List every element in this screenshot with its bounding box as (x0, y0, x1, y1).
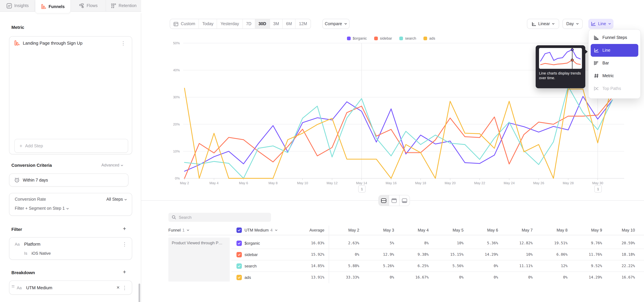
tab-insights[interactable]: Insights (0, 0, 36, 12)
metric-section-title: Metric (12, 25, 24, 30)
cell-value: 10% (501, 252, 533, 257)
metric-card-header[interactable]: Landing Page through Sign Up ⋮ (14, 40, 129, 46)
all-steps-dropdown[interactable]: All Steps (106, 197, 127, 202)
layout-table-button[interactable] (400, 195, 410, 206)
column-header-may-8[interactable]: May 8 (537, 226, 568, 235)
tooltip-arrow (585, 49, 588, 54)
metric-card: Landing Page through Sign Up ⋮ + Add Ste… (9, 36, 132, 154)
x-axis-label: May 30 (592, 181, 603, 185)
table-header-border (168, 235, 644, 235)
cell-value: 11.11% (501, 264, 533, 268)
annotation-badge[interactable]: 1 (594, 185, 602, 192)
breakdown-section-title: Breakdown (12, 270, 35, 275)
close-icon[interactable]: ✕ (116, 285, 120, 290)
column-header-may-6[interactable]: May 6 (468, 226, 498, 235)
add-step-label: Add Step (25, 143, 43, 148)
cell-value: 5.36% (466, 241, 498, 245)
plus-icon: + (20, 143, 22, 149)
table-search-input[interactable]: Search (168, 213, 271, 222)
layout-chart-button[interactable] (389, 195, 400, 206)
column-header-may-5[interactable]: May 5 (433, 226, 464, 235)
funnel-metric-icon (14, 40, 20, 46)
x-axis-label: May 14 (356, 181, 367, 185)
breakdown-property: UTM Medium (26, 285, 52, 290)
select-all-checkbox[interactable] (236, 228, 242, 233)
cell-value: 12.9% (362, 252, 394, 257)
advanced-dropdown[interactable]: Advanced (102, 163, 124, 168)
column-header-may-4[interactable]: May 4 (398, 226, 429, 235)
kebab-icon[interactable]: ⋮ (122, 285, 127, 290)
row-checkbox[interactable] (236, 275, 242, 280)
filter-segment-dropdown[interactable]: Filter + Segment on Step 1 (15, 206, 69, 211)
kebab-icon[interactable]: ⋮ (122, 242, 127, 247)
menu-item-bar[interactable]: Bar (591, 57, 638, 70)
chevron-down-icon (120, 164, 124, 166)
y-axis-label: 40% (173, 68, 180, 72)
tooltip-text: Line charts display trends over time. (539, 71, 583, 80)
column-label: May 6 (487, 228, 498, 232)
menu-item-metric[interactable]: Metric (591, 70, 638, 82)
filter-property: Platform (24, 242, 40, 247)
breakdown-card-utm[interactable]: Aa UTM Medium ✕ ⋮ (9, 280, 132, 294)
tab-label: Insights (14, 3, 29, 8)
breakdown-col-count: 4 (270, 228, 272, 232)
insights-icon (6, 3, 12, 8)
filter-card-platform[interactable]: Aa Platform ⋮ Is iOS Native (9, 237, 132, 260)
column-label: May 4 (418, 228, 429, 232)
chart-line-organic[interactable] (184, 96, 612, 171)
annotation-badge[interactable]: 1 (358, 185, 366, 192)
cell-value: 10% (432, 241, 464, 245)
search-placeholder: Search (179, 215, 192, 220)
cell-value: 8% (397, 241, 429, 245)
add-step-button[interactable]: + Add Step (14, 139, 128, 153)
search-icon (172, 215, 176, 220)
column-header-may-3[interactable]: May 3 (364, 226, 394, 235)
column-label: May 5 (453, 228, 464, 232)
column-label: May 10 (622, 228, 635, 232)
layout-split-button[interactable] (379, 195, 389, 206)
cell-value: 9.76% (570, 241, 602, 245)
x-axis-label: May 26 (533, 181, 544, 185)
column-header-may-2[interactable]: May 2 (329, 226, 359, 235)
property-type-badge: Aa (15, 242, 20, 247)
menu-item-funnel-steps[interactable]: Funnel Steps (591, 31, 638, 44)
sidebar-scrollbar[interactable] (138, 284, 140, 302)
column-header-may-9[interactable]: May 9 (572, 226, 602, 235)
drag-handle-icon[interactable] (12, 286, 14, 288)
y-axis-label: 10% (173, 150, 180, 153)
conversion-window-card[interactable]: Within 7 days (9, 174, 128, 186)
table-row-ads: ads13.91%33.33%0%16.67%0%0%0%0%14.29%16.… (141, 272, 644, 283)
funnel-column-header[interactable]: Funnel 1 (168, 226, 190, 235)
chevron-down-icon (187, 229, 190, 231)
tab-retention[interactable]: Retention (106, 0, 142, 12)
breakdown-column-header[interactable]: UTM Medium 4 (236, 226, 278, 235)
menu-item-line[interactable]: Line (591, 44, 638, 57)
add-breakdown-button[interactable]: + (123, 269, 126, 276)
cell-value: 15.92% (292, 252, 324, 257)
x-axis-label: May 12 (326, 181, 338, 185)
menu-item-label: Line (602, 48, 610, 53)
add-filter-button[interactable]: + (123, 226, 126, 232)
x-axis-label: May 18 (415, 181, 426, 185)
cell-value: 6.06% (536, 252, 568, 257)
cell-value: 0% (501, 275, 533, 280)
column-label: May 9 (591, 228, 602, 232)
tab-funnels[interactable]: Funnels (36, 0, 71, 13)
x-axis-label: May 4 (210, 181, 218, 185)
x-axis-label: May 2 (180, 181, 189, 185)
cell-value: 19.51% (536, 241, 568, 245)
cell-value: 14.85% (292, 264, 324, 268)
metric-icon (594, 73, 599, 78)
tab-label: Funnels (49, 4, 65, 9)
row-checkbox[interactable] (236, 264, 242, 269)
kebab-icon[interactable]: ⋮ (121, 40, 126, 46)
column-header-may-10[interactable]: May 10 (605, 226, 635, 235)
column-header-average[interactable]: Average (294, 226, 324, 235)
row-checkbox[interactable] (236, 240, 242, 246)
column-header-may-7[interactable]: May 7 (502, 226, 533, 235)
table-row-organic: $organic16.03%2.63%5%8%10%5.36%12.82%19.… (141, 238, 644, 249)
x-axis-label: May 24 (504, 181, 515, 185)
tab-flows[interactable]: Flows (70, 0, 106, 12)
row-checkbox[interactable] (236, 252, 242, 257)
y-axis-label: 0% (175, 176, 180, 180)
